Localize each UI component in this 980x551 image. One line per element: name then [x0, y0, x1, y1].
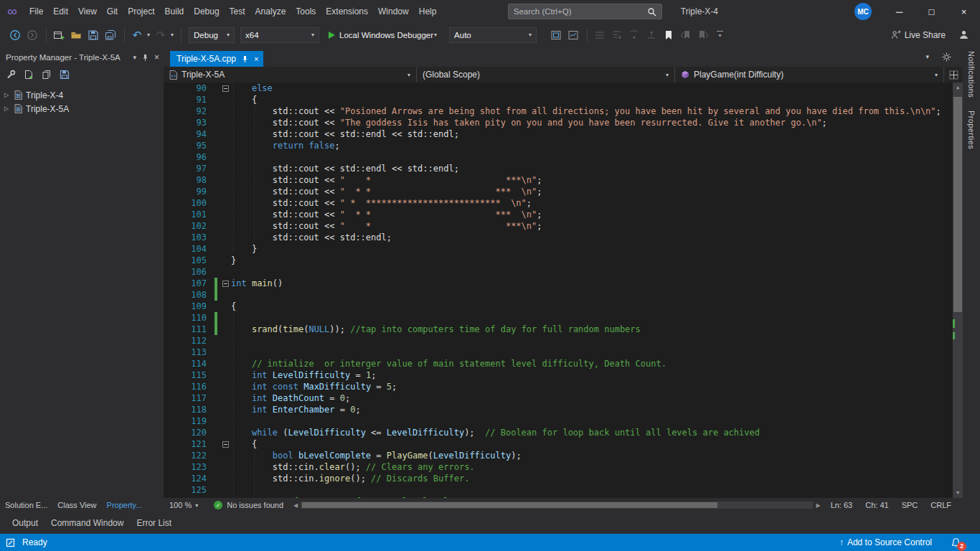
code-line-116[interactable]: 116 int const MaxDifficulty = 5; — [164, 381, 963, 392]
tree-item-triple-x-4[interactable]: ▷Triple-X-4 — [0, 88, 164, 102]
quick-search-box[interactable]: Search (Ctrl+Q) — [508, 4, 662, 19]
code-line-108[interactable]: 108 — [164, 289, 963, 301]
fold-margin[interactable] — [220, 94, 231, 105]
close-panel-icon[interactable]: × — [154, 52, 159, 62]
fold-margin[interactable] — [220, 209, 231, 220]
scroll-down-icon[interactable]: ▼ — [953, 488, 963, 498]
active-files-chevron-icon[interactable]: ▾ — [925, 53, 929, 60]
code-line-122[interactable]: 122 bool bLevelComplete = PlayGame(Level… — [164, 450, 963, 461]
code-line-114[interactable]: 114 // intialize or interger value of ma… — [164, 358, 963, 369]
code-line-110[interactable]: 110 — [164, 312, 963, 324]
user-avatar[interactable]: MC — [854, 3, 872, 20]
performance-profiler-icon[interactable] — [548, 27, 564, 44]
menu-item-build[interactable]: Build — [160, 0, 189, 23]
menu-item-tools[interactable]: Tools — [291, 0, 321, 23]
menu-item-analyze[interactable]: Analyze — [250, 0, 291, 23]
menu-item-file[interactable]: File — [24, 0, 48, 23]
panel-tab-command-window[interactable]: Command Window — [44, 512, 130, 534]
pin-icon[interactable] — [141, 54, 149, 62]
code-line-98[interactable]: 98 std::cout << " * ***\n"; — [164, 174, 963, 186]
rail-tab-notifications[interactable]: Notifications — [967, 51, 976, 98]
expand-collapse-icon[interactable]: ▷ — [4, 92, 13, 98]
pin-tab-icon[interactable] — [241, 55, 249, 63]
code-line-100[interactable]: 100 std::cout << " * *******************… — [164, 197, 963, 209]
fold-margin[interactable] — [220, 278, 231, 289]
fold-margin[interactable] — [220, 105, 231, 117]
properties-wrench-icon[interactable] — [6, 70, 16, 80]
fold-margin[interactable] — [220, 140, 231, 151]
vertical-scrollbar[interactable]: ▲ ▼ — [953, 83, 963, 498]
scroll-right-icon[interactable]: ▶ — [816, 502, 820, 509]
fold-margin[interactable] — [220, 381, 231, 392]
menu-item-view[interactable]: View — [73, 0, 102, 23]
code-line-99[interactable]: 99 std::cout << " * * *** \n"; — [164, 186, 963, 197]
code-line-117[interactable]: 117 int DeathCount = 0; — [164, 392, 963, 404]
code-line-109[interactable]: 109{ — [164, 301, 963, 312]
fold-margin[interactable] — [220, 128, 231, 140]
redo-dropdown-caret[interactable]: ▾ — [171, 32, 174, 38]
code-line-126[interactable]: 126 // If statement for next level selec… — [164, 496, 963, 498]
close-tab-icon[interactable]: × — [254, 55, 258, 63]
undo-dropdown-caret[interactable]: ▾ — [147, 32, 150, 38]
close-button[interactable]: × — [948, 0, 980, 23]
fold-margin[interactable] — [220, 427, 231, 438]
panel-tab-output[interactable]: Output — [6, 512, 44, 534]
live-share-button[interactable]: Live Share — [887, 29, 946, 40]
code-line-93[interactable]: 93 std::cout << "The goddess Isis has ta… — [164, 117, 963, 128]
fold-margin[interactable] — [220, 174, 231, 186]
fold-margin[interactable] — [220, 324, 231, 335]
menu-item-project[interactable]: Project — [123, 0, 159, 23]
bookmark-icon[interactable] — [661, 27, 677, 44]
code-line-112[interactable]: 112 — [164, 335, 963, 347]
menu-item-extensions[interactable]: Extensions — [321, 0, 373, 23]
code-editor[interactable]: 90 else91 {92 std::cout << "Posioned Arr… — [164, 83, 963, 498]
window-position-chevron-icon[interactable]: ▾ — [133, 54, 136, 61]
horizontal-scrollbar-track[interactable] — [301, 501, 813, 509]
fold-margin[interactable] — [220, 461, 231, 473]
fold-margin[interactable] — [220, 496, 231, 498]
new-project-icon[interactable] — [51, 27, 67, 44]
menu-item-window[interactable]: Window — [373, 0, 414, 23]
step-out-icon[interactable] — [644, 27, 659, 44]
fold-margin[interactable] — [220, 404, 231, 415]
toolbar-overflow-button[interactable]: ▾ — [717, 31, 723, 39]
project-dropdown[interactable]: ++ Triple-X-5A ▾ — [164, 67, 417, 83]
start-debugging-button[interactable]: Local Windows Debugger ▾ — [325, 27, 443, 43]
solution-platform-dropdown[interactable]: x64▾ — [240, 27, 319, 43]
fold-margin[interactable] — [220, 473, 231, 484]
code-line-97[interactable]: 97 std::cout << std::endl << std::endl; — [164, 163, 963, 174]
expand-collapse-icon[interactable]: ▷ — [4, 105, 13, 112]
menu-item-test[interactable]: Test — [225, 0, 250, 23]
split-window-icon[interactable] — [944, 67, 963, 83]
code-line-95[interactable]: 95 return false; — [164, 140, 963, 151]
code-line-113[interactable]: 113 — [164, 347, 963, 358]
background-tasks-icon[interactable] — [6, 538, 15, 547]
fold-margin[interactable] — [220, 415, 231, 427]
code-line-92[interactable]: 92 std::cout << "Posioned Arrows are bei… — [164, 105, 963, 117]
scope-dropdown[interactable]: (Global Scope) ▾ — [417, 67, 675, 83]
code-line-118[interactable]: 118 int EnterChamber = 0; — [164, 404, 963, 415]
menu-item-git[interactable]: Git — [102, 0, 123, 23]
fold-margin[interactable] — [220, 484, 231, 496]
add-new-property-sheet-icon[interactable] — [24, 70, 34, 80]
solution-configuration-dropdown[interactable]: Debug▾ — [189, 27, 235, 43]
zoom-dropdown[interactable]: 100 % ▾ — [169, 501, 198, 509]
fold-margin[interactable] — [220, 117, 231, 128]
fold-margin[interactable] — [220, 392, 231, 404]
fold-margin[interactable] — [220, 243, 231, 255]
fold-margin[interactable] — [220, 438, 231, 450]
code-line-94[interactable]: 94 std::cout << std::endl << std::endl; — [164, 128, 963, 140]
save-icon[interactable] — [85, 27, 101, 44]
rail-tab-properties[interactable]: Properties — [967, 110, 976, 149]
fold-margin[interactable] — [220, 312, 231, 324]
fold-margin[interactable] — [220, 266, 231, 278]
navigate-back-icon[interactable] — [7, 27, 23, 44]
scroll-left-icon[interactable]: ◀ — [293, 502, 298, 509]
debug-target-dropdown[interactable]: Auto▾ — [449, 27, 537, 43]
diagnostic-tools-icon[interactable] — [565, 27, 581, 44]
fold-margin[interactable] — [220, 220, 231, 232]
fold-margin[interactable] — [220, 186, 231, 197]
fold-margin[interactable] — [220, 83, 231, 94]
fold-margin[interactable] — [220, 335, 231, 347]
vertical-scrollbar-thumb[interactable] — [953, 97, 962, 312]
